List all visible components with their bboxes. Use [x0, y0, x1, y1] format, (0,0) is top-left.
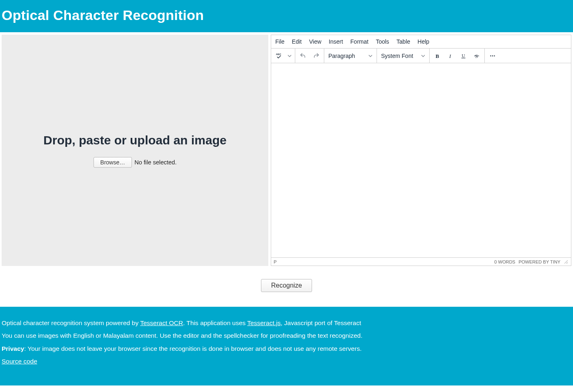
chevron-down-icon: [368, 54, 372, 58]
spellcheck-dropdown[interactable]: [286, 50, 293, 62]
svg-point-9: [494, 55, 495, 56]
menubar: File Edit View Insert Format Tools Table…: [271, 35, 571, 49]
block-format-select[interactable]: Paragraph: [324, 49, 377, 63]
more-icon: [489, 52, 496, 60]
svg-text:B: B: [436, 53, 439, 59]
source-code-link[interactable]: Source code: [2, 358, 37, 365]
recognize-row: Recognize: [0, 266, 573, 307]
italic-icon: I: [447, 52, 454, 60]
spellcheck-button[interactable]: ABC: [273, 50, 285, 62]
block-format-label: Paragraph: [328, 53, 355, 59]
svg-text:I: I: [449, 53, 451, 59]
svg-text:U: U: [462, 53, 465, 58]
browse-button[interactable]: Browse…: [94, 157, 132, 168]
menu-help[interactable]: Help: [417, 38, 429, 45]
editor-body[interactable]: [271, 63, 571, 257]
svg-text:ABC: ABC: [276, 53, 282, 55]
svg-point-8: [492, 55, 493, 56]
menu-view[interactable]: View: [309, 38, 321, 45]
font-family-select[interactable]: System Font: [377, 49, 429, 63]
statusbar: P 0 WORDS POWERED BY TINY: [271, 257, 571, 266]
recognize-button[interactable]: Recognize: [261, 279, 312, 292]
undo-button[interactable]: [297, 50, 309, 62]
file-row: Browse… No file selected.: [94, 157, 177, 168]
bold-button[interactable]: B: [431, 50, 444, 62]
italic-button[interactable]: I: [444, 50, 457, 62]
resize-handle[interactable]: [564, 259, 569, 264]
menu-edit[interactable]: Edit: [292, 38, 302, 45]
file-status: No file selected.: [134, 159, 176, 166]
chevron-down-icon: [288, 54, 292, 58]
privacy-label: Privacy: [2, 345, 24, 352]
underline-icon: U: [460, 52, 467, 60]
footer-privacy: Privacy: Your image does not leave your …: [2, 344, 571, 353]
strikethrough-button[interactable]: S: [470, 50, 483, 62]
menu-insert[interactable]: Insert: [329, 38, 343, 45]
menu-file[interactable]: File: [275, 38, 285, 45]
footer-line-2: You can use images with English or Malay…: [2, 331, 571, 340]
editor: File Edit View Insert Format Tools Table…: [271, 35, 571, 266]
header: Optical Character Recognition: [0, 0, 573, 32]
footer: Optical character recognition system pow…: [0, 307, 573, 385]
page-title: Optical Character Recognition: [2, 7, 571, 23]
undo-icon: [299, 52, 307, 60]
drop-label: Drop, paste or upload an image: [43, 133, 226, 147]
svg-point-7: [490, 55, 491, 56]
more-button[interactable]: [486, 50, 499, 62]
powered-by[interactable]: POWERED BY TINY: [519, 259, 560, 264]
strikethrough-icon: S: [473, 52, 480, 60]
drop-zone[interactable]: Drop, paste or upload an image Browse… N…: [2, 35, 268, 266]
main: Drop, paste or upload an image Browse… N…: [0, 32, 573, 266]
word-count[interactable]: 0 WORDS: [494, 259, 515, 264]
menu-tools[interactable]: Tools: [376, 38, 389, 45]
tesseract-ocr-link[interactable]: Tesseract OCR: [140, 319, 183, 326]
resize-icon: [564, 259, 569, 264]
footer-line-1: Optical character recognition system pow…: [2, 318, 571, 328]
element-path[interactable]: P: [274, 259, 276, 264]
redo-button[interactable]: [310, 50, 322, 62]
underline-button[interactable]: U: [457, 50, 470, 62]
font-family-label: System Font: [381, 53, 413, 59]
spellcheck-icon: ABC: [275, 52, 283, 60]
redo-icon: [312, 52, 320, 60]
menu-format[interactable]: Format: [350, 38, 368, 45]
tesseract-js-link[interactable]: Tesseract.js: [247, 319, 281, 326]
menu-table[interactable]: Table: [397, 38, 410, 45]
toolbar: ABC Paragraph: [271, 49, 571, 63]
bold-icon: B: [434, 52, 441, 60]
chevron-down-icon: [421, 54, 425, 58]
